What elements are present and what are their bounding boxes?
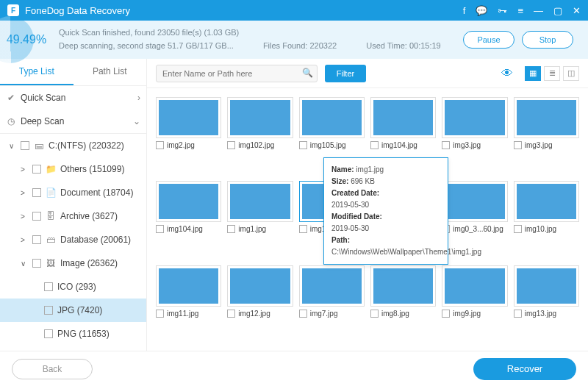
facebook-icon[interactable]: f [463, 5, 466, 16]
thumbnail-checkbox[interactable] [227, 310, 235, 318]
thumbnail[interactable]: img7.jpg [299, 265, 365, 342]
checkbox[interactable] [44, 329, 53, 338]
thumbnail-image[interactable] [156, 265, 221, 307]
tree-row[interactable]: ∨🖴C:(NTFS) (220322) [0, 134, 146, 157]
view-grid-icon[interactable]: ▦ [525, 66, 541, 81]
checkbox[interactable] [32, 188, 41, 197]
thumbnail-image[interactable] [514, 97, 579, 138]
thumbnail-checkbox[interactable] [370, 310, 379, 318]
thumbnail-image[interactable] [156, 181, 221, 222]
thumbnail-checkbox[interactable] [299, 225, 307, 233]
thumbnail-image[interactable] [442, 265, 507, 307]
thumbnail[interactable]: img12.jpg [227, 265, 293, 342]
tree-row[interactable]: >🗄Archive (3627) [0, 204, 146, 228]
expander-icon[interactable]: ∨ [6, 142, 16, 150]
tab-path-list[interactable]: Path List [74, 59, 147, 85]
thumbnail-image[interactable] [370, 265, 436, 307]
thumbnail-checkbox[interactable] [156, 225, 164, 233]
thumbnail-checkbox[interactable] [514, 310, 522, 318]
scan-status-bar: 49.49% Quick Scan finished, found 23050 … [0, 21, 588, 59]
thumbnail[interactable]: img2.jpg [156, 97, 221, 174]
thumbnail-checkbox[interactable] [227, 141, 235, 149]
deep-scan-group[interactable]: ◷ Deep Scan ⌄ [0, 110, 146, 133]
chevron-down-icon: ⌄ [133, 116, 140, 126]
thumbnail[interactable]: img11.jpg [156, 265, 221, 342]
thumbnail-checkbox[interactable] [299, 141, 307, 149]
menu-icon[interactable]: ≡ [517, 5, 523, 16]
thumbnail-checkbox[interactable] [156, 310, 164, 318]
expander-icon[interactable]: > [18, 165, 28, 174]
register-icon[interactable]: 🗝 [498, 5, 507, 16]
preview-icon[interactable]: 👁 [501, 67, 513, 80]
tree-row[interactable]: >🗃Database (20061) [0, 228, 146, 251]
thumbnail-image[interactable] [514, 265, 579, 307]
search-box: 🔍 [156, 65, 318, 82]
close-icon[interactable]: ✕ [573, 5, 581, 16]
thumbnail[interactable]: img8.jpg [370, 265, 436, 342]
minimize-icon[interactable]: — [534, 5, 543, 16]
tree-row[interactable]: PNG (11653) [0, 322, 146, 346]
maximize-icon[interactable]: ▢ [553, 5, 562, 16]
thumbnail[interactable]: img0_3...60.jpg [442, 181, 507, 257]
thumbnail-image[interactable] [442, 181, 507, 222]
view-list-icon[interactable]: ≣ [544, 66, 560, 81]
thumbnail-image[interactable] [227, 181, 293, 222]
thumbnail-checkbox[interactable] [156, 141, 164, 149]
checkbox[interactable] [44, 306, 53, 315]
thumbnail[interactable]: img104.jpg [156, 181, 221, 257]
thumbnail[interactable]: img13.jpg [514, 265, 579, 342]
thumbnail-checkbox[interactable] [442, 310, 450, 318]
tree-row[interactable]: >📄Document (18704) [0, 181, 146, 204]
back-button[interactable]: Back [12, 359, 93, 379]
expander-icon[interactable]: > [18, 212, 28, 221]
tree-row[interactable]: JPG (7420) [0, 299, 146, 322]
thumbnail-image[interactable] [370, 97, 436, 138]
thumbnail-checkbox[interactable] [299, 310, 307, 318]
thumbnail-image[interactable] [299, 265, 365, 307]
tree-label: Others (151099) [60, 164, 140, 174]
checkbox[interactable] [21, 141, 29, 150]
thumbnail-checkbox[interactable] [370, 141, 379, 149]
checkbox[interactable] [32, 212, 41, 221]
stop-button[interactable]: Stop [522, 31, 573, 49]
checkbox[interactable] [32, 165, 41, 174]
thumbnail-image[interactable] [299, 97, 365, 138]
thumbnail-checkbox[interactable] [227, 225, 235, 233]
view-detail-icon[interactable]: ◫ [563, 66, 579, 81]
thumbnail[interactable]: img10.jpg [514, 181, 579, 257]
thumbnail-name: img10.jpg [525, 225, 556, 233]
search-input[interactable] [156, 65, 318, 82]
tree-row[interactable]: >📁Others (151099) [0, 157, 146, 181]
thumbnail-image[interactable] [227, 265, 293, 307]
tree-label: PNG (11653) [57, 329, 140, 339]
expander-icon[interactable]: ∨ [18, 260, 28, 268]
thumbnail-image[interactable] [514, 181, 579, 222]
thumbnail-checkbox[interactable] [514, 225, 522, 233]
recover-button[interactable]: Recover [473, 358, 576, 380]
thumbnail-name: img104.jpg [381, 141, 417, 149]
thumbnail[interactable]: img9.jpg [442, 265, 507, 342]
thumbnail-image[interactable] [156, 97, 221, 138]
checkbox[interactable] [44, 282, 53, 291]
expander-icon[interactable]: > [18, 236, 28, 244]
thumbnail[interactable]: img3.jpg [442, 97, 507, 174]
thumbnail-name: img0_3...60.jpg [453, 225, 503, 233]
quick-scan-group[interactable]: ✔ Quick Scan › [0, 86, 146, 110]
feedback-icon[interactable]: 💬 [476, 5, 487, 16]
thumbnail-image[interactable] [442, 97, 507, 138]
expander-icon[interactable]: > [18, 189, 28, 197]
pause-button[interactable]: Pause [463, 31, 514, 49]
thumbnail[interactable]: img3.jpg [514, 97, 579, 174]
thumbnail[interactable]: img102.jpg [227, 97, 293, 174]
status-text: Quick Scan finished, found 23050 file(s)… [53, 26, 463, 52]
checkbox[interactable] [32, 259, 41, 268]
checkbox[interactable] [32, 235, 41, 244]
tree-row[interactable]: ICO (293) [0, 275, 146, 299]
thumbnail-checkbox[interactable] [442, 141, 450, 149]
thumbnail[interactable]: img1.jpg [227, 181, 293, 257]
filter-button[interactable]: Filter [325, 65, 366, 82]
tree-row[interactable]: ∨🖼Image (26362) [0, 251, 146, 275]
thumbnail-checkbox[interactable] [514, 141, 522, 149]
search-icon[interactable]: 🔍 [302, 68, 313, 78]
thumbnail-image[interactable] [227, 97, 293, 138]
